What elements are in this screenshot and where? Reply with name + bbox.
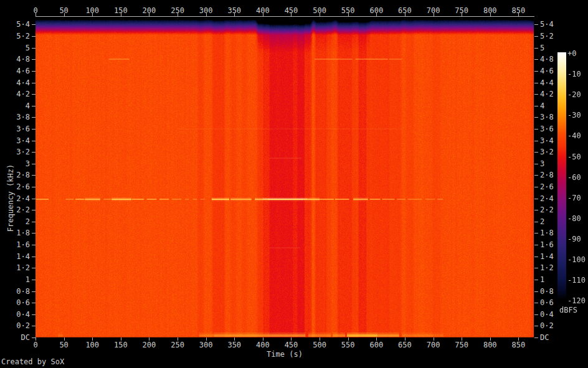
- time-tick-label: 400: [256, 7, 270, 14]
- freq-tick-label: 2·8: [0, 171, 30, 179]
- freq-tick-label: 2·6: [0, 183, 30, 191]
- freq-tick-label: 5·2: [0, 32, 30, 40]
- freq-tick-label: 3·6: [540, 125, 554, 133]
- colorbar-tick-label: -60: [567, 174, 581, 181]
- freq-tick-label: 2: [0, 218, 30, 225]
- freq-tick: [32, 222, 36, 222]
- freq-tick: [534, 199, 538, 199]
- sox-spectrogram-window: 0501001502002503003504004505005506006507…: [0, 0, 588, 368]
- freq-tick-label: 2·2: [540, 206, 554, 214]
- freq-tick-label: 4: [540, 102, 544, 110]
- freq-tick: [32, 257, 36, 257]
- freq-tick-label: 4·8: [0, 55, 30, 63]
- freq-tick: [534, 337, 538, 338]
- freq-tick: [534, 326, 538, 326]
- freq-tick-label: 1·4: [540, 253, 554, 260]
- freq-tick: [534, 24, 538, 25]
- freq-tick: [534, 257, 538, 257]
- freq-tick: [32, 314, 36, 315]
- freq-tick-label: 1: [540, 276, 544, 283]
- colorbar-tick-label: -50: [567, 153, 581, 161]
- colorbar-tick-label: -40: [567, 132, 581, 139]
- freq-tick-label: 0·8: [0, 288, 30, 295]
- freq-tick-label: 5: [540, 44, 544, 52]
- freq-tick: [32, 175, 36, 176]
- freq-tick: [32, 245, 36, 245]
- freq-tick: [534, 187, 538, 187]
- freq-tick: [534, 222, 538, 222]
- colorbar-tick-label: -30: [567, 111, 581, 119]
- freq-tick-label: 3·6: [0, 125, 30, 133]
- freq-tick-label: 3·4: [0, 137, 30, 144]
- freq-tick-label: 0·6: [540, 299, 554, 306]
- freq-tick: [32, 141, 36, 141]
- freq-tick-label: DC: [540, 334, 549, 341]
- top-axis-line: [36, 16, 534, 17]
- time-tick-label: 750: [455, 341, 468, 349]
- freq-tick: [534, 83, 538, 83]
- time-tick-label: 750: [455, 7, 468, 14]
- freq-tick: [534, 129, 538, 130]
- freq-tick: [32, 199, 36, 199]
- freq-tick: [32, 268, 36, 268]
- freq-tick: [32, 187, 36, 187]
- freq-tick: [32, 164, 36, 164]
- freq-tick: [534, 175, 538, 176]
- freq-tick-label: 0·2: [540, 322, 554, 329]
- freq-tick-label: 2·8: [540, 171, 554, 179]
- time-tick-label: 50: [59, 7, 68, 14]
- freq-tick: [32, 48, 36, 49]
- time-tick-label: 450: [285, 7, 298, 14]
- colorbar-tick-label: -100: [567, 256, 586, 263]
- time-tick-label: 200: [143, 341, 156, 349]
- freq-tick-label: 5: [0, 44, 30, 52]
- freq-tick-label: 2·4: [0, 195, 30, 202]
- time-tick-label: 500: [313, 341, 326, 349]
- freq-tick-label: 1·2: [0, 264, 30, 271]
- time-tick-label: 850: [512, 7, 526, 14]
- time-tick-label: 300: [199, 341, 213, 349]
- freq-tick-label: 3·8: [0, 113, 30, 121]
- freq-tick-label: 1·4: [0, 253, 30, 260]
- freq-tick: [32, 83, 36, 83]
- colorbar-tick-label: -120: [567, 297, 586, 304]
- freq-tick-label: 2·2: [0, 206, 30, 214]
- freq-tick: [32, 326, 36, 326]
- time-tick-label: 550: [341, 341, 355, 349]
- freq-tick: [534, 245, 538, 245]
- time-tick-label: 700: [427, 341, 440, 349]
- freq-tick-label: DC: [0, 334, 30, 341]
- freq-tick: [32, 291, 36, 292]
- spectrogram-heatmap: [36, 18, 534, 337]
- freq-tick-label: 1·6: [540, 241, 554, 248]
- freq-tick: [534, 268, 538, 268]
- freq-tick: [32, 59, 36, 60]
- freq-tick: [32, 280, 36, 280]
- freq-tick: [534, 210, 538, 210]
- freq-tick: [534, 106, 538, 106]
- colorbar-unit-label: dBFS: [559, 306, 577, 314]
- freq-tick-label: 0·4: [0, 311, 30, 318]
- freq-tick-label: 3·2: [540, 148, 554, 156]
- time-tick-label: 0: [33, 341, 37, 349]
- colorbar-tick-label: -20: [567, 91, 581, 98]
- freq-tick: [534, 152, 538, 153]
- time-tick-label: 600: [369, 7, 383, 14]
- frequency-axis-title: Frequency (kHz): [7, 164, 14, 232]
- freq-tick: [534, 291, 538, 292]
- freq-tick: [534, 314, 538, 315]
- freq-tick-label: 2: [540, 218, 544, 225]
- freq-tick-label: 4·6: [0, 67, 30, 75]
- freq-tick-label: 3·2: [0, 148, 30, 156]
- time-tick-label: 0: [33, 7, 37, 14]
- freq-tick: [534, 59, 538, 60]
- freq-tick: [32, 106, 36, 106]
- freq-tick-label: 4: [0, 102, 30, 110]
- freq-tick-label: 0·2: [0, 322, 30, 329]
- freq-tick-label: 0·8: [540, 288, 554, 295]
- freq-tick-label: 1·8: [540, 229, 554, 237]
- freq-tick-label: 3·8: [540, 113, 554, 121]
- freq-tick: [534, 141, 538, 141]
- freq-tick: [32, 24, 36, 25]
- colorbar-tick-label: +0: [567, 50, 576, 57]
